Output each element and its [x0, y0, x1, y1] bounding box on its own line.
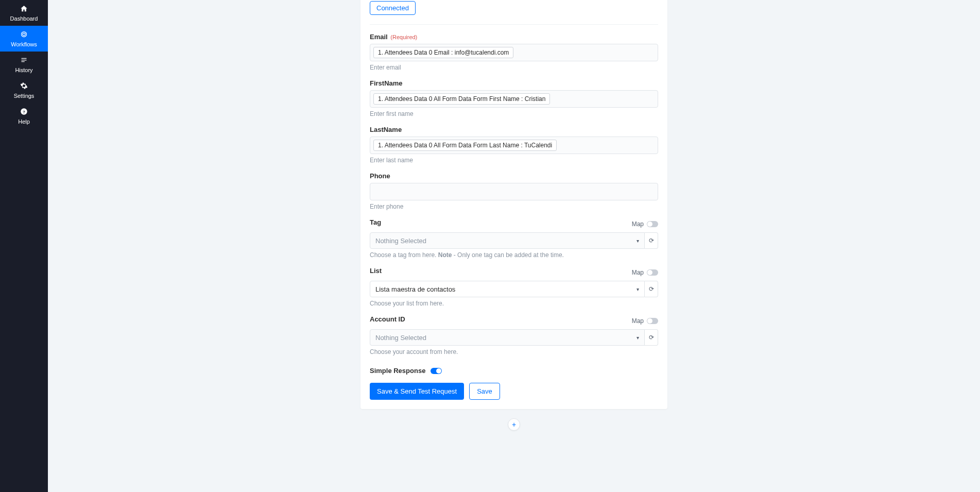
list-select-value: Lista maestra de contactos [375, 285, 455, 293]
firstname-label: FirstName [370, 79, 658, 87]
list-map-toggle[interactable] [647, 269, 658, 276]
tag-help-suffix: - Only one tag can be added at the time. [452, 251, 563, 259]
tag-map-toggle-group: Map [632, 220, 658, 228]
field-lastname: LastName 1. Attendees Data 0 All Form Da… [360, 117, 667, 164]
sidebar-item-label: Help [18, 118, 30, 125]
account-select-placeholder: Nothing Selected [375, 334, 426, 342]
firstname-input[interactable]: 1. Attendees Data 0 All Form Data Form F… [370, 90, 658, 108]
list-help: Choose your list from here. [370, 300, 658, 307]
account-help: Choose your account from here. [370, 348, 658, 355]
sidebar-item-help[interactable]: ? Help [0, 103, 48, 129]
lastname-help: Enter last name [370, 157, 658, 164]
account-map-toggle[interactable] [647, 318, 658, 324]
email-label-text: Email [370, 33, 388, 41]
refresh-icon: ⟳ [649, 237, 654, 244]
account-map-toggle-group: Map [632, 317, 658, 325]
svg-point-0 [22, 31, 27, 37]
refresh-icon: ⟳ [649, 285, 654, 293]
simple-response-label: Simple Response [370, 367, 425, 375]
tag-help: Choose a tag from here. Note - Only one … [370, 251, 658, 259]
gear-icon [20, 82, 28, 91]
simple-response-row: Simple Response [360, 355, 667, 375]
phone-label: Phone [370, 172, 658, 180]
field-list: List Map Lista maestra de contactos ▾ ⟳ [360, 259, 667, 307]
caret-icon: ▾ [637, 286, 639, 292]
lastname-label: LastName [370, 126, 658, 133]
refresh-icon: ⟳ [649, 334, 654, 341]
list-map-toggle-group: Map [632, 269, 658, 276]
lastname-token-chip[interactable]: 1. Attendees Data 0 All Form Data Form L… [373, 140, 557, 151]
tag-label: Tag [370, 218, 381, 226]
sidebar: Dashboard Workflows History Settings ? H… [0, 0, 48, 492]
phone-input[interactable] [370, 183, 658, 200]
tag-select[interactable]: Nothing Selected ▾ [370, 232, 645, 249]
field-email: Email (Required) 1. Attendees Data 0 Ema… [360, 25, 667, 71]
action-card: Connected Email (Required) 1. Attendees … [360, 0, 667, 409]
email-help: Enter email [370, 64, 658, 71]
tag-help-prefix: Choose a tag from here. [370, 251, 438, 259]
account-select[interactable]: Nothing Selected ▾ [370, 329, 645, 346]
history-icon [20, 56, 28, 65]
main-content: Connected Email (Required) 1. Attendees … [48, 0, 980, 492]
phone-help: Enter phone [370, 203, 658, 210]
list-label: List [370, 267, 382, 275]
tag-map-label: Map [632, 220, 644, 228]
tag-help-note: Note [438, 251, 452, 259]
list-map-label: Map [632, 269, 644, 276]
connected-button[interactable]: Connected [370, 1, 416, 15]
home-icon [20, 5, 28, 14]
firstname-help: Enter first name [370, 110, 658, 117]
sidebar-item-history[interactable]: History [0, 52, 48, 77]
simple-response-toggle[interactable] [431, 368, 442, 374]
list-select[interactable]: Lista maestra de contactos ▾ [370, 281, 645, 297]
sidebar-item-label: Settings [14, 93, 35, 99]
help-icon: ? [20, 108, 28, 117]
sidebar-item-settings[interactable]: Settings [0, 77, 48, 103]
field-phone: Phone Enter phone [360, 164, 667, 210]
email-token-chip[interactable]: 1. Attendees Data 0 Email : info@tucalen… [373, 47, 513, 58]
firstname-token-chip[interactable]: 1. Attendees Data 0 All Form Data Form F… [373, 93, 550, 105]
sidebar-item-label: Dashboard [10, 15, 38, 22]
field-tag: Tag Map Nothing Selected ▾ ⟳ [360, 210, 667, 259]
account-label: Account ID [370, 315, 405, 323]
account-refresh-button[interactable]: ⟳ [645, 329, 658, 346]
field-account: Account ID Map Nothing Selected ▾ ⟳ Ch [360, 307, 667, 355]
save-send-test-button[interactable]: Save & Send Test Request [370, 383, 464, 400]
tag-refresh-button[interactable]: ⟳ [645, 232, 658, 249]
tag-select-placeholder: Nothing Selected [375, 237, 426, 245]
field-label-email: Email (Required) [370, 33, 658, 41]
tag-map-toggle[interactable] [647, 221, 658, 227]
sidebar-item-dashboard[interactable]: Dashboard [0, 0, 48, 26]
sidebar-item-workflows[interactable]: Workflows [0, 26, 48, 52]
lastname-input[interactable]: 1. Attendees Data 0 All Form Data Form L… [370, 137, 658, 154]
list-refresh-button[interactable]: ⟳ [645, 281, 658, 297]
account-map-label: Map [632, 317, 644, 325]
caret-icon: ▾ [637, 238, 639, 244]
buttons-row: Save & Send Test Request Save [360, 375, 667, 400]
add-step-button[interactable]: + [508, 418, 520, 431]
plus-icon: + [512, 420, 516, 429]
save-button[interactable]: Save [469, 383, 500, 400]
email-input[interactable]: 1. Attendees Data 0 Email : info@tucalen… [370, 44, 658, 61]
field-firstname: FirstName 1. Attendees Data 0 All Form D… [360, 71, 667, 117]
sidebar-item-label: History [15, 67, 32, 73]
caret-icon: ▾ [637, 335, 639, 341]
workflow-icon [20, 30, 28, 40]
svg-text:?: ? [23, 109, 25, 114]
sidebar-item-label: Workflows [11, 41, 37, 47]
required-label: (Required) [390, 34, 417, 40]
